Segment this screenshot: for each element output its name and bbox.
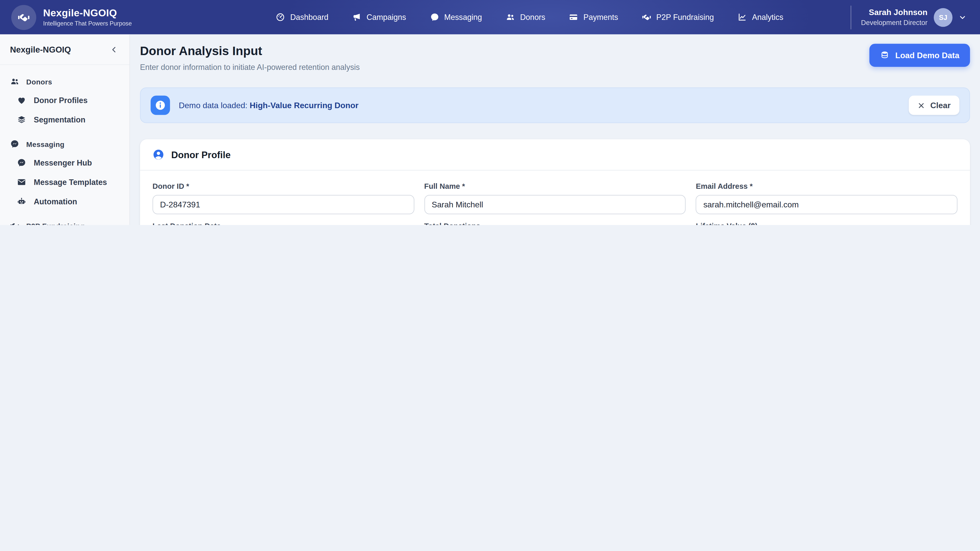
info-icon [154,99,166,111]
page-subtitle: Enter donor information to initiate AI-p… [140,63,360,72]
field-label: Last Donation Date [153,222,414,225]
page-header: Donor Analysis Input Enter donor informa… [140,44,970,72]
nav-label: Donors [520,13,546,21]
sidebar-section-p2p: P2P Fundraising P2P Campaigns Fundraiser… [0,217,129,225]
messenger-icon [10,139,19,149]
nav-item-campaigns[interactable]: Campaigns [352,13,406,22]
field-label: Lifetime Value ($) [696,222,958,225]
load-demo-data-button[interactable]: Load Demo Data [870,44,970,67]
field-lifetime-value: Lifetime Value ($) [696,222,958,225]
sidebar-section-messaging: Messaging Messenger Hub Message Template… [0,135,129,211]
user-role: Development Director [861,19,928,27]
gauge-icon [276,13,285,22]
nav-label: Messaging [444,13,482,21]
user-name: Sarah Johnson [861,8,928,17]
clear-button[interactable]: Clear [909,96,959,115]
email-input[interactable] [696,195,958,214]
full-name-input[interactable] [424,195,686,214]
users-icon [10,77,19,86]
chart-line-icon [738,13,747,22]
button-label: Load Demo Data [895,51,959,60]
user-menu[interactable]: Sarah Johnson Development Director SJ [850,5,966,29]
sidebar-section-donors: Donors Donor Profiles Segmentation [0,73,129,129]
page-title: Donor Analysis Input [140,44,360,58]
chevron-left-icon [110,45,118,54]
close-icon [918,102,925,109]
item-label: Donor Profiles [34,96,88,105]
sidebar: Nexgile-NGOIQ Donors Donor Profiles Segm… [0,35,130,225]
field-label: Email Address * [696,182,958,191]
nav-item-messaging[interactable]: Messaging [430,13,482,22]
credit-card-icon [569,13,579,22]
section-label: P2P Fundraising [26,222,85,225]
users-icon [506,13,515,22]
layers-icon [17,115,26,124]
sidebar-item-donor-profiles[interactable]: Donor Profiles [0,91,129,110]
nav-item-p2p-fundraising[interactable]: P2P Fundraising [642,13,714,22]
analysis-form-card: Donor Profile Donor ID * Full Name * [140,139,970,225]
info-badge [151,96,170,115]
person-circle-icon [153,149,165,161]
avatar[interactable]: SJ [934,8,953,27]
messenger-icon [17,158,26,168]
handshake-icon [642,13,651,22]
field-label: Full Name * [424,182,686,191]
banner-text-bold: High-Value Recurring Donor [250,100,358,110]
banner-text-prefix: Demo data loaded: [179,100,250,110]
nav-item-dashboard[interactable]: Dashboard [276,13,328,22]
donor-profile-section-header: Donor Profile [140,139,970,170]
nav-label: Campaigns [366,13,406,21]
section-title: Donor Profile [171,149,231,160]
item-label: Segmentation [34,115,85,124]
item-label: Message Templates [34,178,107,186]
donor-profile-section-body: Donor ID * Full Name * Email Address * [140,171,970,225]
field-donor-id: Donor ID * [153,182,414,214]
sidebar-section-header: Donors [0,73,129,91]
brand-subtitle: Intelligence That Powers Purpose [43,20,132,27]
sidebar-nav: Donors Donor Profiles Segmentation Messa… [0,65,129,225]
handshake-icon [18,11,30,24]
nav-label: Dashboard [290,13,328,21]
robot-icon [17,197,26,206]
banner-text: Demo data loaded: High-Value Recurring D… [179,100,358,110]
section-label: Donors [26,78,52,85]
field-total-donations: Total Donations [424,222,686,225]
field-full-name: Full Name * [424,182,686,214]
sidebar-item-messenger-hub[interactable]: Messenger Hub [0,153,129,172]
field-email: Email Address * [696,182,958,214]
sidebar-section-header: Messaging [0,135,129,153]
field-last-donation-date: Last Donation Date 15-01-2025 [153,222,414,225]
sidebar-collapse-button[interactable] [107,43,121,56]
donor-id-input[interactable] [153,195,414,214]
top-navbar: Nexgile-NGOIQ Intelligence That Powers P… [0,0,980,35]
item-label: Messenger Hub [34,159,92,167]
app-viewport: Nexgile-NGOIQ Intelligence That Powers P… [0,0,980,225]
sidebar-item-segmentation[interactable]: Segmentation [0,110,129,129]
brand: Nexgile-NGOIQ Intelligence That Powers P… [11,5,218,30]
nav-label: P2P Fundraising [656,13,714,21]
nav-item-donors[interactable]: Donors [506,13,546,22]
sidebar-header: Nexgile-NGOIQ [0,35,129,65]
heart-icon [17,96,26,105]
brand-title: Nexgile-NGOIQ [43,7,132,19]
handshake-icon [10,221,19,225]
megaphone-icon [352,13,362,22]
field-label: Total Donations [424,222,686,225]
nav-label: Payments [584,13,618,21]
main-content: Donor Analysis Input Enter donor informa… [130,35,980,225]
nav-item-payments[interactable]: Payments [569,13,618,22]
sidebar-item-message-templates[interactable]: Message Templates [0,172,129,192]
chevron-down-icon[interactable] [959,14,966,21]
section-label: Messaging [26,140,65,148]
field-label: Donor ID * [153,182,414,191]
nav-item-analytics[interactable]: Analytics [738,13,783,22]
sidebar-item-automation[interactable]: Automation [0,192,129,211]
top-navigation: Dashboard Campaigns Messaging Donors Pay… [276,13,783,22]
sidebar-title: Nexgile-NGOIQ [10,44,71,54]
item-label: Automation [34,197,77,206]
nav-label: Analytics [752,13,783,21]
messenger-icon [430,13,439,22]
envelope-icon [17,178,26,187]
demo-data-banner: Demo data loaded: High-Value Recurring D… [140,87,970,123]
database-icon [880,51,890,60]
